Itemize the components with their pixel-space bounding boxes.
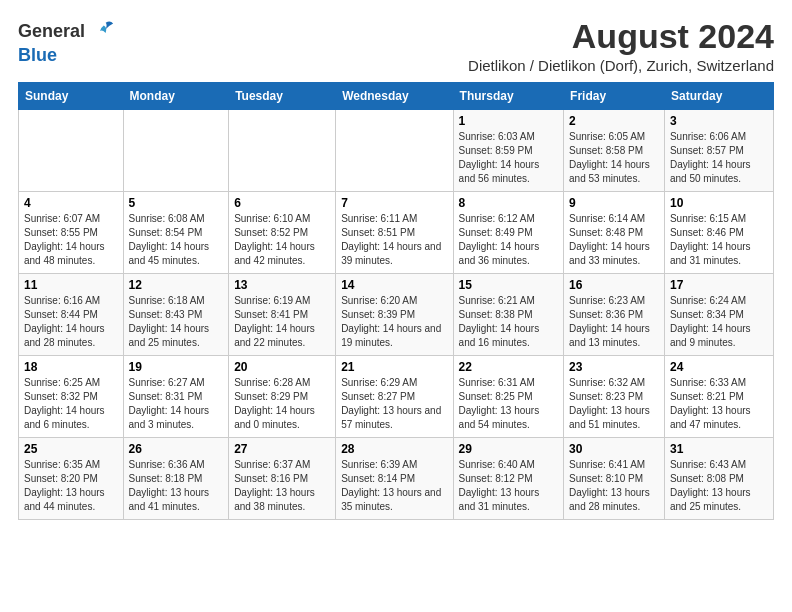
day-cell: 15Sunrise: 6:21 AMSunset: 8:38 PMDayligh…: [453, 274, 563, 356]
day-info: Sunrise: 6:37 AMSunset: 8:16 PMDaylight:…: [234, 458, 330, 514]
day-info: Sunrise: 6:10 AMSunset: 8:52 PMDaylight:…: [234, 212, 330, 268]
day-cell: 22Sunrise: 6:31 AMSunset: 8:25 PMDayligh…: [453, 356, 563, 438]
header-day-saturday: Saturday: [664, 83, 773, 110]
day-number: 30: [569, 442, 659, 456]
day-info: Sunrise: 6:23 AMSunset: 8:36 PMDaylight:…: [569, 294, 659, 350]
day-number: 29: [459, 442, 558, 456]
day-cell: 20Sunrise: 6:28 AMSunset: 8:29 PMDayligh…: [229, 356, 336, 438]
day-number: 23: [569, 360, 659, 374]
day-cell: [123, 110, 229, 192]
day-info: Sunrise: 6:11 AMSunset: 8:51 PMDaylight:…: [341, 212, 447, 268]
day-number: 6: [234, 196, 330, 210]
day-number: 5: [129, 196, 224, 210]
day-number: 4: [24, 196, 118, 210]
header-row: SundayMondayTuesdayWednesdayThursdayFrid…: [19, 83, 774, 110]
day-number: 7: [341, 196, 447, 210]
day-cell: [19, 110, 124, 192]
day-cell: 23Sunrise: 6:32 AMSunset: 8:23 PMDayligh…: [564, 356, 665, 438]
day-number: 18: [24, 360, 118, 374]
logo-text-general: General: [18, 22, 85, 42]
day-number: 28: [341, 442, 447, 456]
day-cell: 14Sunrise: 6:20 AMSunset: 8:39 PMDayligh…: [336, 274, 453, 356]
day-cell: 2Sunrise: 6:05 AMSunset: 8:58 PMDaylight…: [564, 110, 665, 192]
day-cell: 12Sunrise: 6:18 AMSunset: 8:43 PMDayligh…: [123, 274, 229, 356]
day-cell: 18Sunrise: 6:25 AMSunset: 8:32 PMDayligh…: [19, 356, 124, 438]
week-row-2: 4Sunrise: 6:07 AMSunset: 8:55 PMDaylight…: [19, 192, 774, 274]
header-day-tuesday: Tuesday: [229, 83, 336, 110]
day-info: Sunrise: 6:29 AMSunset: 8:27 PMDaylight:…: [341, 376, 447, 432]
day-number: 3: [670, 114, 768, 128]
day-info: Sunrise: 6:31 AMSunset: 8:25 PMDaylight:…: [459, 376, 558, 432]
day-info: Sunrise: 6:20 AMSunset: 8:39 PMDaylight:…: [341, 294, 447, 350]
day-info: Sunrise: 6:15 AMSunset: 8:46 PMDaylight:…: [670, 212, 768, 268]
header-day-friday: Friday: [564, 83, 665, 110]
day-number: 25: [24, 442, 118, 456]
day-cell: 10Sunrise: 6:15 AMSunset: 8:46 PMDayligh…: [664, 192, 773, 274]
day-number: 11: [24, 278, 118, 292]
day-number: 16: [569, 278, 659, 292]
day-info: Sunrise: 6:05 AMSunset: 8:58 PMDaylight:…: [569, 130, 659, 186]
day-cell: 11Sunrise: 6:16 AMSunset: 8:44 PMDayligh…: [19, 274, 124, 356]
logo-text-blue: Blue: [18, 45, 57, 65]
week-row-3: 11Sunrise: 6:16 AMSunset: 8:44 PMDayligh…: [19, 274, 774, 356]
day-info: Sunrise: 6:06 AMSunset: 8:57 PMDaylight:…: [670, 130, 768, 186]
day-info: Sunrise: 6:25 AMSunset: 8:32 PMDaylight:…: [24, 376, 118, 432]
day-cell: 6Sunrise: 6:10 AMSunset: 8:52 PMDaylight…: [229, 192, 336, 274]
day-cell: 28Sunrise: 6:39 AMSunset: 8:14 PMDayligh…: [336, 438, 453, 520]
day-number: 19: [129, 360, 224, 374]
day-number: 9: [569, 196, 659, 210]
day-number: 13: [234, 278, 330, 292]
day-info: Sunrise: 6:19 AMSunset: 8:41 PMDaylight:…: [234, 294, 330, 350]
day-cell: 21Sunrise: 6:29 AMSunset: 8:27 PMDayligh…: [336, 356, 453, 438]
day-info: Sunrise: 6:12 AMSunset: 8:49 PMDaylight:…: [459, 212, 558, 268]
day-cell: 17Sunrise: 6:24 AMSunset: 8:34 PMDayligh…: [664, 274, 773, 356]
day-info: Sunrise: 6:28 AMSunset: 8:29 PMDaylight:…: [234, 376, 330, 432]
day-number: 14: [341, 278, 447, 292]
day-number: 20: [234, 360, 330, 374]
day-cell: 5Sunrise: 6:08 AMSunset: 8:54 PMDaylight…: [123, 192, 229, 274]
day-number: 10: [670, 196, 768, 210]
day-cell: 19Sunrise: 6:27 AMSunset: 8:31 PMDayligh…: [123, 356, 229, 438]
day-cell: 3Sunrise: 6:06 AMSunset: 8:57 PMDaylight…: [664, 110, 773, 192]
subtitle: Dietlikon / Dietlikon (Dorf), Zurich, Sw…: [468, 57, 774, 74]
day-info: Sunrise: 6:39 AMSunset: 8:14 PMDaylight:…: [341, 458, 447, 514]
day-info: Sunrise: 6:27 AMSunset: 8:31 PMDaylight:…: [129, 376, 224, 432]
week-row-1: 1Sunrise: 6:03 AMSunset: 8:59 PMDaylight…: [19, 110, 774, 192]
day-info: Sunrise: 6:21 AMSunset: 8:38 PMDaylight:…: [459, 294, 558, 350]
day-cell: 1Sunrise: 6:03 AMSunset: 8:59 PMDaylight…: [453, 110, 563, 192]
day-cell: 25Sunrise: 6:35 AMSunset: 8:20 PMDayligh…: [19, 438, 124, 520]
header-day-monday: Monday: [123, 83, 229, 110]
day-info: Sunrise: 6:07 AMSunset: 8:55 PMDaylight:…: [24, 212, 118, 268]
header-day-sunday: Sunday: [19, 83, 124, 110]
day-info: Sunrise: 6:16 AMSunset: 8:44 PMDaylight:…: [24, 294, 118, 350]
day-info: Sunrise: 6:14 AMSunset: 8:48 PMDaylight:…: [569, 212, 659, 268]
day-number: 15: [459, 278, 558, 292]
title-block: August 2024 Dietlikon / Dietlikon (Dorf)…: [468, 18, 774, 74]
day-cell: 9Sunrise: 6:14 AMSunset: 8:48 PMDaylight…: [564, 192, 665, 274]
header-day-wednesday: Wednesday: [336, 83, 453, 110]
day-number: 24: [670, 360, 768, 374]
week-row-5: 25Sunrise: 6:35 AMSunset: 8:20 PMDayligh…: [19, 438, 774, 520]
day-info: Sunrise: 6:03 AMSunset: 8:59 PMDaylight:…: [459, 130, 558, 186]
page: General Blue August 2024 Dietlikon / Die…: [0, 0, 792, 612]
day-info: Sunrise: 6:32 AMSunset: 8:23 PMDaylight:…: [569, 376, 659, 432]
day-cell: [229, 110, 336, 192]
day-info: Sunrise: 6:33 AMSunset: 8:21 PMDaylight:…: [670, 376, 768, 432]
day-number: 1: [459, 114, 558, 128]
day-info: Sunrise: 6:43 AMSunset: 8:08 PMDaylight:…: [670, 458, 768, 514]
day-info: Sunrise: 6:41 AMSunset: 8:10 PMDaylight:…: [569, 458, 659, 514]
day-number: 31: [670, 442, 768, 456]
day-cell: [336, 110, 453, 192]
day-number: 22: [459, 360, 558, 374]
day-cell: 13Sunrise: 6:19 AMSunset: 8:41 PMDayligh…: [229, 274, 336, 356]
day-cell: 26Sunrise: 6:36 AMSunset: 8:18 PMDayligh…: [123, 438, 229, 520]
week-row-4: 18Sunrise: 6:25 AMSunset: 8:32 PMDayligh…: [19, 356, 774, 438]
day-cell: 24Sunrise: 6:33 AMSunset: 8:21 PMDayligh…: [664, 356, 773, 438]
day-cell: 27Sunrise: 6:37 AMSunset: 8:16 PMDayligh…: [229, 438, 336, 520]
day-cell: 31Sunrise: 6:43 AMSunset: 8:08 PMDayligh…: [664, 438, 773, 520]
day-info: Sunrise: 6:40 AMSunset: 8:12 PMDaylight:…: [459, 458, 558, 514]
day-number: 26: [129, 442, 224, 456]
day-info: Sunrise: 6:18 AMSunset: 8:43 PMDaylight:…: [129, 294, 224, 350]
day-cell: 8Sunrise: 6:12 AMSunset: 8:49 PMDaylight…: [453, 192, 563, 274]
day-info: Sunrise: 6:36 AMSunset: 8:18 PMDaylight:…: [129, 458, 224, 514]
